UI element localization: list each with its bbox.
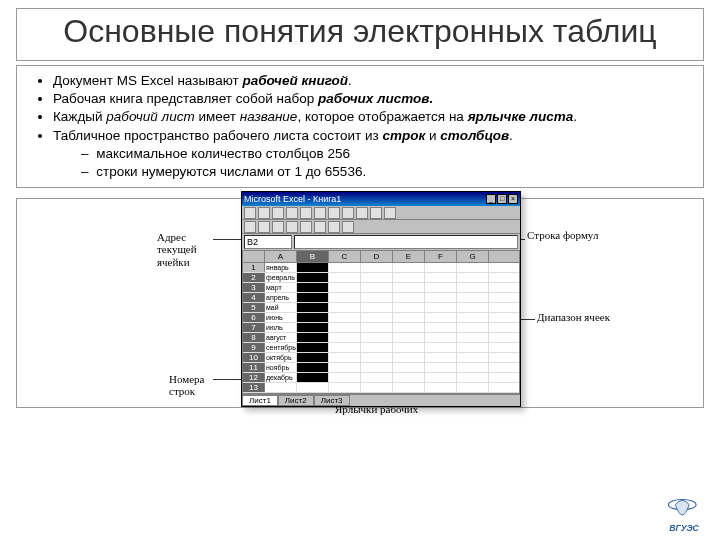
title-frame: Основные понятия электронных таблиц [16, 8, 704, 61]
grid-cell [297, 313, 329, 322]
bullet-4b: строки нумеруются числами от 1 до 65536. [81, 163, 695, 181]
sheet-tabs: Лист1 Лист2 Лист3 [242, 394, 520, 406]
grid-cell [393, 263, 425, 272]
grid-cell [393, 363, 425, 372]
grid-row: 6июнь [243, 313, 519, 323]
bullet-2: Рабочая книга представляет собой набор р… [53, 90, 695, 108]
grid-row: 12декабрь [243, 373, 519, 383]
grid-cell [329, 293, 361, 302]
grid-cell [361, 363, 393, 372]
grid-cell [425, 363, 457, 372]
grid-cell [361, 353, 393, 362]
grid-cell [393, 323, 425, 332]
label-row-numbers: Номера строк [169, 373, 219, 397]
grid-cell [457, 363, 489, 372]
grid-cell [297, 383, 329, 392]
grid-cell [329, 263, 361, 272]
grid-cell: сентябрь [265, 343, 297, 352]
grid-cell [329, 363, 361, 372]
grid-cell [457, 323, 489, 332]
grid-cell [457, 383, 489, 392]
grid-cell [393, 303, 425, 312]
grid-cell [425, 273, 457, 282]
close-icon: × [508, 194, 518, 204]
grid-cell [297, 263, 329, 272]
grid-cell [393, 353, 425, 362]
grid-cell [425, 373, 457, 382]
grid-cell [425, 383, 457, 392]
name-box: B2 [244, 235, 292, 249]
toolbar-icon [244, 207, 256, 219]
grid-cell [393, 283, 425, 292]
grid-cell [361, 303, 393, 312]
grid-cell [361, 343, 393, 352]
grid-cell [393, 373, 425, 382]
grid-cell [329, 353, 361, 362]
figure-frame: Имена столбцов Адрес текущей ячейки Стро… [16, 198, 704, 408]
menu-bar [242, 206, 520, 220]
grid-cell [425, 353, 457, 362]
grid-cell [361, 263, 393, 272]
format-bar [242, 220, 520, 234]
grid-cell [329, 323, 361, 332]
col-header: C [329, 251, 361, 262]
grid-row: 4апрель [243, 293, 519, 303]
grid-cell [297, 303, 329, 312]
grid-cell [457, 333, 489, 342]
grid-cell [329, 373, 361, 382]
grid-cell [457, 353, 489, 362]
grid-cell [393, 383, 425, 392]
grid-row: 10октябрь [243, 353, 519, 363]
grid-cell [297, 283, 329, 292]
grid-cell [393, 343, 425, 352]
grid-cell [361, 313, 393, 322]
col-header: E [393, 251, 425, 262]
column-headers: A B C D E F G [243, 251, 519, 263]
grid-cell [425, 293, 457, 302]
grid-row: 2февраль [243, 273, 519, 283]
grid-cell [425, 333, 457, 342]
grid-cell [425, 263, 457, 272]
minimize-icon: _ [486, 194, 496, 204]
grid-cell [329, 313, 361, 322]
grid-cell [297, 343, 329, 352]
bullet-1: Документ MS Excel называют рабочей книго… [53, 72, 695, 90]
bullet-4: Табличное пространство рабочего листа со… [53, 127, 695, 182]
excel-screenshot: Microsoft Excel - Книга1 _ □ × B2 A B C … [241, 191, 521, 407]
grid-cell [297, 363, 329, 372]
bullet-4a: максимальное количество столбцов 256 [81, 145, 695, 163]
maximize-icon: □ [497, 194, 507, 204]
grid-row: 13 [243, 383, 519, 393]
grid-cell [297, 333, 329, 342]
grid-cell [361, 333, 393, 342]
grid-cell: апрель [265, 293, 297, 302]
grid-cell [361, 323, 393, 332]
sheet-tab: Лист2 [278, 395, 314, 406]
grid-cell [361, 273, 393, 282]
grid-cell [329, 273, 361, 282]
window-titlebar: Microsoft Excel - Книга1 _ □ × [242, 192, 520, 206]
worksheet-grid: A B C D E F G 1январь2февраль3март4апрел… [242, 250, 520, 394]
grid-cell [297, 353, 329, 362]
grid-row: 5май [243, 303, 519, 313]
grid-cell [457, 373, 489, 382]
grid-cell [329, 283, 361, 292]
grid-cell: июнь [265, 313, 297, 322]
window-title: Microsoft Excel - Книга1 [244, 194, 341, 204]
grid-cell [457, 293, 489, 302]
grid-cell [297, 273, 329, 282]
grid-cell [425, 283, 457, 292]
grid-row: 3март [243, 283, 519, 293]
grid-cell [457, 273, 489, 282]
grid-cell [361, 373, 393, 382]
bullet-3: Каждый рабочий лист имеет название, кото… [53, 108, 695, 126]
col-header: A [265, 251, 297, 262]
grid-cell [393, 273, 425, 282]
grid-cell [329, 343, 361, 352]
grid-cell [457, 313, 489, 322]
label-cell-range: Диапазон ячеек [537, 311, 610, 323]
content-frame: Документ MS Excel называют рабочей книго… [16, 65, 704, 188]
grid-cell [361, 383, 393, 392]
col-header: D [361, 251, 393, 262]
grid-cell: ноябрь [265, 363, 297, 372]
